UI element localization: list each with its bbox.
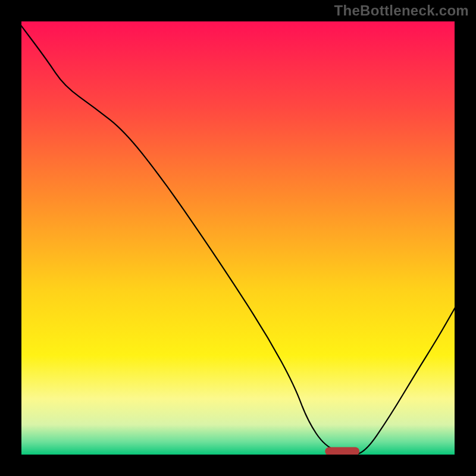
chart-svg [0,0,476,476]
plot-background [21,21,455,455]
chart-container: TheBottleneck.com [0,0,476,476]
